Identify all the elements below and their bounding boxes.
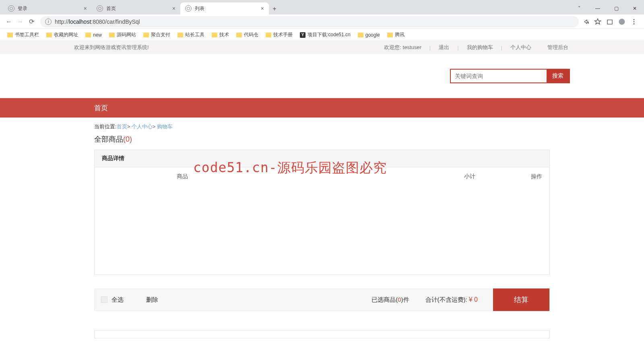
- globe-icon: [8, 5, 14, 12]
- search-button[interactable]: 搜索: [547, 70, 569, 82]
- profile-link[interactable]: 个人中心: [509, 44, 533, 51]
- window-controls: ˅ — ▢ ✕: [570, 2, 644, 14]
- tab-home[interactable]: 首页 ×: [92, 2, 180, 14]
- new-tab-button[interactable]: +: [269, 3, 280, 14]
- url-path: :8080/car/findBySql: [91, 19, 140, 25]
- bookmark-item[interactable]: 源码网站: [107, 31, 138, 39]
- checkout-button[interactable]: 结算: [493, 288, 549, 311]
- main-nav: 首页: [0, 98, 644, 117]
- folder-icon: [266, 33, 271, 37]
- tab-title: 列表: [195, 5, 204, 12]
- greet-label: 欢迎您: testuser: [382, 44, 423, 51]
- folder-icon: [85, 33, 91, 37]
- page-footer-box: [94, 330, 550, 338]
- search-input[interactable]: [451, 70, 547, 82]
- breadcrumb-cart[interactable]: 购物车: [157, 124, 173, 130]
- close-window-icon[interactable]: ✕: [625, 2, 644, 14]
- all-goods-title: 全部商品(0): [94, 134, 550, 150]
- tab-list[interactable]: 列表 ×: [180, 2, 269, 14]
- bookmarks-bar: 书签工具栏 收藏的网址 new 源码网站 聚合支付 站长工具 技术 代码仓 技术…: [0, 29, 644, 41]
- cart-footer: 全选 删除 已选商品(0)件 合计(不含运费): ¥ 0 结算: [94, 288, 550, 311]
- info-icon[interactable]: i: [45, 19, 52, 25]
- search-row: 搜索: [0, 54, 644, 98]
- folder-icon: [178, 33, 183, 37]
- cart-body-empty: [95, 186, 549, 274]
- svg-point-2: [634, 19, 635, 20]
- nav-home-link[interactable]: 首页: [94, 103, 108, 113]
- col-subtotal: 小计: [385, 173, 475, 180]
- bookmark-item[interactable]: Y项目下载:code51.cn: [297, 31, 353, 39]
- link-icon: Y: [300, 32, 305, 38]
- total-label: 合计(不含运费):: [425, 296, 467, 304]
- admin-link[interactable]: 管理后台: [546, 44, 570, 51]
- delete-button[interactable]: 删除: [146, 296, 158, 304]
- back-button[interactable]: ←: [3, 16, 14, 27]
- minimize-icon[interactable]: —: [588, 2, 607, 14]
- folder-icon: [7, 33, 13, 37]
- folder-icon: [387, 33, 393, 37]
- folder-icon: [143, 33, 149, 37]
- page-content: 当前位置:首页> 个人中心> 购物车 全部商品(0) 商品详情 商品 小计 操作…: [94, 117, 550, 338]
- bookmark-item[interactable]: new: [83, 31, 104, 39]
- bookmark-item[interactable]: 收藏的网址: [44, 31, 80, 39]
- extension-icon[interactable]: [606, 18, 613, 25]
- tab-title: 首页: [106, 5, 116, 12]
- profile-avatar-icon[interactable]: [618, 18, 625, 25]
- close-icon[interactable]: ×: [172, 5, 175, 12]
- url-input[interactable]: i http://localhost:8080/car/findBySql: [40, 16, 579, 27]
- bookmark-item[interactable]: google: [355, 31, 382, 39]
- cart-columns-row: 商品 小计 操作: [95, 167, 549, 186]
- divider: |: [495, 45, 509, 51]
- col-product: 商品: [102, 173, 263, 180]
- bookmark-item[interactable]: 书签工具栏: [5, 31, 41, 39]
- logout-link[interactable]: 退出: [437, 44, 451, 51]
- bookmark-item[interactable]: 代码仓: [234, 31, 261, 39]
- bookmark-item[interactable]: 技术手册: [263, 31, 295, 39]
- svg-point-4: [634, 23, 635, 24]
- tab-title: 登录: [18, 5, 27, 12]
- close-icon[interactable]: ×: [84, 5, 87, 12]
- forward-button[interactable]: →: [14, 16, 26, 27]
- goods-count: 0: [126, 135, 130, 143]
- folder-icon: [212, 33, 217, 37]
- svg-rect-0: [607, 20, 612, 24]
- close-icon[interactable]: ×: [261, 5, 264, 12]
- share-icon[interactable]: [582, 18, 589, 25]
- globe-icon: [185, 5, 192, 12]
- breadcrumb-home[interactable]: 首页: [117, 124, 127, 130]
- svg-point-1: [619, 19, 625, 25]
- breadcrumb-profile[interactable]: 个人中心: [132, 124, 153, 130]
- my-cart-link[interactable]: 我的购物车: [465, 44, 495, 51]
- reload-button[interactable]: ⟳: [26, 16, 37, 27]
- breadcrumb-label: 当前位置:: [94, 124, 117, 130]
- address-bar: ← → ⟳ i http://localhost:8080/car/findBy…: [0, 14, 644, 29]
- browser-chrome: 登录 × 首页 × 列表 × + ˅ — ▢ ✕ ← → ⟳ i http://…: [0, 0, 644, 41]
- tab-login[interactable]: 登录 ×: [3, 2, 92, 14]
- bookmark-item[interactable]: 站长工具: [175, 31, 207, 39]
- site-top-bar: 欢迎来到网络游戏资讯管理系统! 欢迎您: testuser | 退出 | 我的购…: [0, 41, 644, 54]
- select-all-label[interactable]: 全选: [111, 296, 124, 304]
- cart-table: 商品详情 商品 小计 操作: [94, 150, 550, 275]
- breadcrumb: 当前位置:首页> 个人中心> 购物车: [94, 117, 550, 134]
- url-prefix: http://: [55, 19, 69, 25]
- tab-strip: 登录 × 首页 × 列表 × + ˅ — ▢ ✕: [0, 0, 644, 14]
- globe-icon: [97, 5, 103, 12]
- maximize-icon[interactable]: ▢: [607, 2, 625, 14]
- menu-icon[interactable]: [630, 18, 638, 25]
- url-host: localhost: [69, 19, 91, 25]
- col-operation: 操作: [475, 173, 542, 180]
- svg-point-3: [634, 21, 635, 22]
- bookmark-item[interactable]: 技术: [209, 31, 231, 39]
- star-icon[interactable]: [594, 18, 601, 25]
- welcome-text: 欢迎来到网络游戏资讯管理系统!: [74, 44, 149, 51]
- cart-details-header: 商品详情: [95, 150, 549, 167]
- total-amount: ¥ 0: [469, 296, 478, 303]
- bookmark-item[interactable]: 腾讯: [385, 31, 407, 39]
- col-quantity: [263, 173, 385, 180]
- select-all-checkbox[interactable]: [101, 297, 107, 303]
- selected-info: 已选商品(0)件: [372, 296, 409, 304]
- chevron-down-icon[interactable]: ˅: [570, 2, 588, 14]
- folder-icon: [109, 33, 115, 37]
- divider: |: [451, 45, 465, 51]
- bookmark-item[interactable]: 聚合支付: [141, 31, 173, 39]
